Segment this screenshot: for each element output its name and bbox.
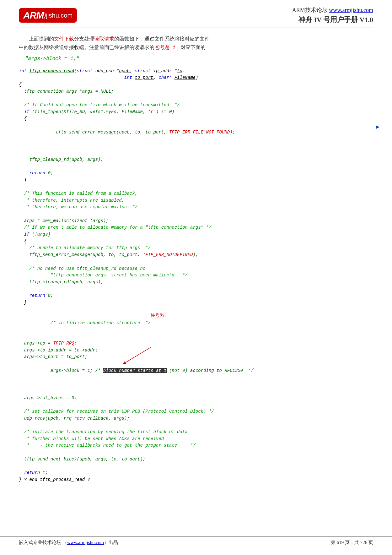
code-comment-initiate3: * - the receive callbacks need to get th…: [19, 442, 373, 449]
code-if-fopen: if (file_fopen(&file_SD, &efs1.myFs, Fil…: [19, 109, 373, 116]
code-comment-setcallback: /* set callback for receives on this UDP…: [19, 408, 373, 415]
link-read-request[interactable]: 读取请求: [94, 36, 114, 41]
code-func-sig: int tftp_process_read(struct udp_pcb *up…: [19, 68, 373, 75]
code-end: } ? end tftp_process_read ?: [19, 476, 373, 483]
code-blank11: [19, 449, 373, 456]
code-malloc: args = mem_malloc(sizeof *args);: [19, 218, 373, 225]
intro-line2: 中的数据从网络发送给接收端。注意前面已经讲解的读请求的: [19, 45, 154, 50]
logo-jishu: jishu.com: [46, 12, 72, 19]
footer-org-pre: 嵌入式专业技术论坛 （: [19, 540, 67, 545]
footer-right: 第 619 页，共 726 页: [331, 540, 373, 546]
code-blank2: [19, 150, 373, 156]
code-send-next: tftp_send_next_block(upcb, args, to, to_…: [19, 456, 373, 463]
code-comment-callback2: * therefore, interrupts are disabled,: [19, 197, 373, 204]
page-container: ARM ) jishu.com ARM技术论坛 www.armjishu.com…: [0, 0, 392, 555]
code-comment-unable: /* unable to allocate memory for tftp ar…: [19, 245, 373, 252]
code-blank7: [19, 286, 373, 293]
highlight-block: 包号是 1: [154, 45, 175, 51]
link-download[interactable]: 文件下载: [54, 36, 74, 41]
code-blank4: [19, 183, 373, 190]
code-blank1: [19, 95, 373, 102]
code-comment-initiate2: * further blocks will be sent when ACKs …: [19, 436, 373, 443]
code-wrapper: int tftp_process_read(struct udp_pcb *up…: [19, 68, 373, 483]
page-header: ARM ) jishu.com ARM技术论坛 www.armjishu.com…: [19, 6, 373, 28]
logo: ARM ) jishu.com: [19, 8, 77, 23]
code-comment1: /* If Could not open the file which will…: [19, 102, 373, 109]
code-return1: return 1;: [19, 470, 373, 476]
code-block: int tftp_process_read(struct udp_pcb *up…: [19, 68, 373, 483]
annotation-block-num: 块号为1: [151, 312, 166, 319]
code-return0-2: return 0;: [19, 292, 373, 299]
code-blank5: [19, 211, 373, 218]
footer-url[interactable]: www.armjishu.com: [67, 540, 104, 545]
site-url[interactable]: www.armjishu.com: [329, 7, 373, 13]
header-site: ARM技术论坛 www.armjishu.com: [292, 6, 373, 14]
code-comment-noneed2: "tftp_connection_args" struct has been m…: [19, 272, 373, 279]
intro-post2: ，对应下面的: [175, 45, 206, 50]
site-label: ARM技术论坛: [292, 7, 328, 13]
code-brace3: {: [19, 238, 373, 245]
logo-paren: ): [44, 11, 46, 19]
code-comment-callback1: /* This function is called from a callba…: [19, 190, 373, 197]
logo-arm: ARM: [23, 10, 44, 21]
code-close-brace1: }: [19, 177, 373, 184]
code-if-args: if (!args): [19, 231, 373, 238]
code-blank12: [19, 463, 373, 470]
code-args-op: args->op = TFTP_RRQ;: [19, 340, 373, 347]
intro-paragraph: 上面提到的文件下载分支处理读取请求的函数如下，通过文件系统将接对应的文件 中的数…: [19, 35, 373, 52]
intro-pre: 上面提到的: [29, 36, 54, 41]
code-comment-alloc: /* If we aren't able to allocate memory …: [19, 224, 373, 231]
header-title: 神舟 IV 号用户手册 V1.0: [292, 15, 373, 24]
code-args-block: args->block = 1; /* block number starts …: [19, 361, 373, 394]
code-cleanup1: tftp_cleanup_rd(upcb, args);: [19, 156, 373, 163]
code-brace2: {: [19, 115, 373, 122]
page-footer: 嵌入式专业技术论坛 （www.armjishu.com）出品 第 619 页，共…: [0, 536, 392, 546]
footer-left: 嵌入式专业技术论坛 （www.armjishu.com）出品: [19, 540, 118, 546]
args-block-text: "args->block = 1;": [25, 55, 373, 63]
code-comment-init: /* initialize connection structure */ 块号…: [19, 313, 373, 340]
code-blank8: [19, 306, 373, 313]
code-args-totbytes: args->tot_bytes = 0;: [19, 395, 373, 402]
code-args-ip: args->to_ip.addr = to->addr;: [19, 347, 373, 354]
code-return0-1: return 0;: [19, 170, 373, 177]
header-right: ARM技术论坛 www.armjishu.com 神舟 IV 号用户手册 V1.…: [292, 6, 373, 24]
logo-area: ARM ) jishu.com: [19, 8, 77, 23]
code-args-null: tftp_connection_args *args = NULL;: [19, 88, 373, 95]
code-send-error1: tftp_send_error_message(upcb, to, to_por…: [19, 122, 373, 150]
code-cleanup2: tftp_cleanup_rd(upcb, args);: [19, 279, 373, 286]
code-comment-initiate1: /* initiate the transaction by sending t…: [19, 429, 373, 436]
footer-org-post: ）出品: [104, 540, 118, 545]
code-comment-callback3: * therefore, we can use regular malloc. …: [19, 204, 373, 211]
code-open-brace: {: [19, 81, 373, 88]
intro-mid: 分支处理: [74, 36, 94, 41]
code-blank9: [19, 401, 373, 408]
code-comment-noneed1: /* no need to use tftp_cleanup_rd becaus…: [19, 265, 373, 272]
code-blank3: [19, 163, 373, 170]
code-blank10: [19, 422, 373, 429]
arrow-right-icon: ▶: [376, 122, 379, 132]
code-func-sig2: int to_port, char* FileName): [19, 74, 373, 81]
code-udp-recv: udp_recv(upcb, rrq_recv_callback, args);: [19, 415, 373, 422]
intro-post: 的函数如下，通过文件系统将接对应的文件: [114, 36, 210, 41]
code-close-brace2: }: [19, 299, 373, 306]
code-send-error2: tftp_send_error_message(upcb, to, to_por…: [19, 252, 373, 258]
content-area: 上面提到的文件下载分支处理读取请求的函数如下，通过文件系统将接对应的文件 中的数…: [19, 35, 373, 483]
code-blank6: [19, 258, 373, 265]
code-args-port: args->to_port = to_port;: [19, 354, 373, 361]
